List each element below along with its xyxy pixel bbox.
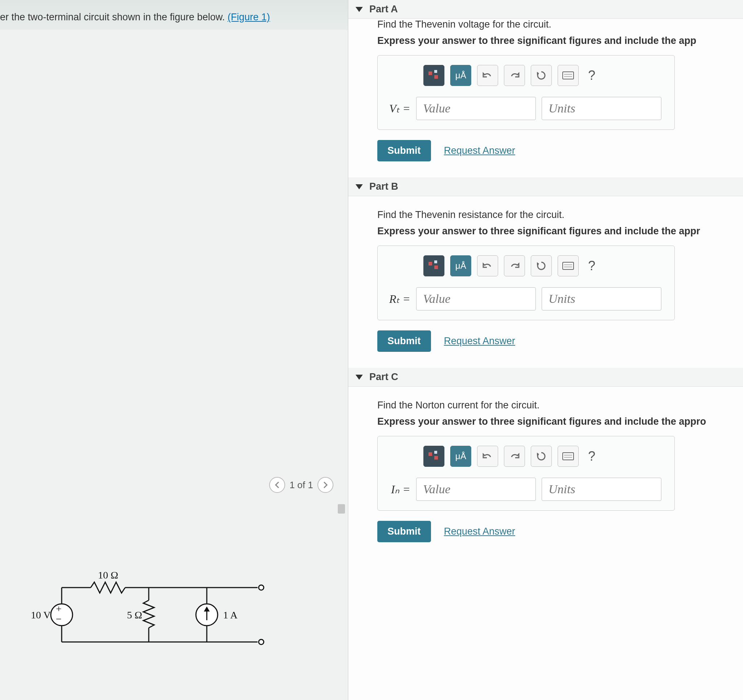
keyboard-button[interactable] (558, 255, 579, 276)
help-button[interactable]: ? (588, 448, 595, 464)
part-c-units-input[interactable] (542, 478, 662, 501)
part-a-value-input[interactable] (416, 97, 536, 120)
svg-rect-28 (428, 452, 432, 456)
svg-rect-25 (563, 262, 574, 269)
svg-rect-16 (428, 71, 432, 75)
next-figure-button[interactable] (317, 477, 333, 493)
part-c-variable: Iₙ = (387, 482, 410, 496)
part-b-value-input[interactable] (416, 287, 536, 311)
part-c-header[interactable]: Part C (348, 368, 743, 387)
part-b-variable: Rₜ = (387, 292, 410, 306)
svg-rect-23 (434, 260, 437, 263)
svg-point-3 (259, 639, 264, 645)
svg-text:−: − (56, 613, 62, 625)
redo-button[interactable] (504, 255, 525, 276)
figure-panel: er the two-terminal circuit shown in the… (0, 0, 348, 700)
scrollbar-thumb[interactable] (338, 504, 345, 514)
part-b-body: Find the Thevenin resistance for the cir… (348, 196, 743, 368)
svg-rect-30 (434, 456, 438, 460)
part-a-variable: Vₜ = (387, 102, 410, 115)
part-a-submit-button[interactable]: Submit (377, 140, 431, 161)
r1-label: 10 Ω (98, 570, 118, 581)
part-a-units-input[interactable] (542, 97, 662, 120)
collapse-icon (355, 184, 363, 189)
part-a-body: Find the Thevenin voltage for the circui… (348, 19, 743, 178)
part-a-header[interactable]: Part A (348, 0, 743, 19)
reset-button[interactable] (531, 446, 552, 467)
part-c-prompt: Find the Norton current for the circuit. (377, 400, 728, 411)
figure-navigation: 1 of 1 (269, 477, 333, 493)
svg-rect-22 (428, 262, 432, 265)
redo-button[interactable] (504, 65, 525, 86)
special-chars-button[interactable]: μÅ (450, 255, 471, 276)
current-source-label: 1 A (223, 609, 238, 620)
undo-button[interactable] (477, 65, 498, 86)
part-b-answer-box: μÅ ? Rₜ = (377, 246, 675, 320)
templates-button[interactable] (423, 446, 444, 467)
figure-link[interactable]: (Figure 1) (228, 12, 270, 22)
part-b-submit-button[interactable]: Submit (377, 330, 431, 352)
templates-button[interactable] (423, 65, 444, 86)
part-a-toolbar: μÅ ? (423, 65, 665, 86)
collapse-icon (355, 374, 363, 380)
reset-button[interactable] (531, 255, 552, 276)
part-b-header[interactable]: Part B (348, 178, 743, 196)
svg-rect-19 (563, 72, 574, 79)
part-c-hint: Express your answer to three significant… (377, 416, 728, 427)
prev-figure-button[interactable] (269, 477, 285, 493)
keyboard-button[interactable] (558, 65, 579, 86)
special-chars-button[interactable]: μÅ (450, 65, 471, 86)
svg-point-6 (51, 604, 73, 626)
part-c-answer-box: μÅ ? Iₙ = (377, 436, 675, 511)
part-b-request-answer-link[interactable]: Request Answer (444, 336, 515, 347)
svg-rect-29 (434, 451, 437, 454)
help-button[interactable]: ? (588, 258, 595, 274)
part-a-request-answer-link[interactable]: Request Answer (444, 145, 515, 156)
r2-label: 5 Ω (127, 609, 142, 620)
problem-statement: er the two-terminal circuit shown in the… (0, 0, 348, 30)
keyboard-button[interactable] (558, 446, 579, 467)
part-b-title: Part B (369, 181, 398, 192)
part-c-toolbar: μÅ ? (423, 446, 665, 467)
svg-point-2 (259, 585, 264, 590)
part-b-toolbar: μÅ ? (423, 255, 665, 276)
collapse-icon (355, 7, 363, 12)
part-b-prompt: Find the Thevenin resistance for the cir… (377, 209, 728, 221)
svg-rect-18 (434, 75, 438, 79)
part-c-request-answer-link[interactable]: Request Answer (444, 526, 515, 537)
undo-button[interactable] (477, 255, 498, 276)
undo-button[interactable] (477, 446, 498, 467)
circuit-diagram: + − 10 V 10 Ω 5 Ω 1 A (25, 566, 279, 660)
part-c-body: Find the Norton current for the circuit.… (348, 387, 743, 558)
problem-intro: er the two-terminal circuit shown in the… (0, 12, 228, 22)
voltage-source-label: 10 V (31, 609, 51, 620)
templates-button[interactable] (423, 255, 444, 276)
svg-text:+: + (56, 603, 62, 614)
reset-button[interactable] (531, 65, 552, 86)
figure-counter: 1 of 1 (290, 479, 313, 491)
svg-rect-17 (434, 70, 437, 73)
part-c-value-input[interactable] (416, 478, 536, 501)
part-c-submit-button[interactable]: Submit (377, 521, 431, 542)
help-button[interactable]: ? (588, 68, 595, 83)
part-a-hint: Express your answer to three significant… (377, 35, 728, 46)
answer-panel: Part A Find the Thevenin voltage for the… (348, 0, 743, 700)
special-chars-button[interactable]: μÅ (450, 446, 471, 467)
part-b-units-input[interactable] (542, 287, 662, 311)
part-c-title: Part C (369, 371, 398, 383)
part-a-prompt: Find the Thevenin voltage for the circui… (377, 19, 728, 30)
part-a-answer-box: μÅ ? Vₜ = (377, 55, 675, 130)
part-a-title: Part A (369, 4, 398, 15)
svg-rect-24 (434, 265, 438, 269)
svg-rect-31 (563, 453, 574, 460)
redo-button[interactable] (504, 446, 525, 467)
part-b-hint: Express your answer to three significant… (377, 226, 728, 237)
